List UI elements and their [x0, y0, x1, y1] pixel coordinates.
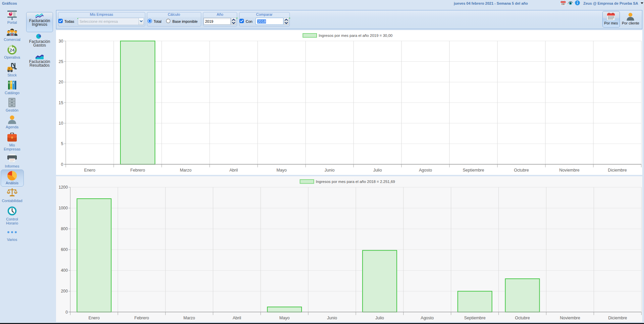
svg-text:Junio: Junio	[327, 316, 337, 320]
svg-text:0: 0	[65, 310, 68, 315]
svg-text:5: 5	[61, 141, 63, 146]
svg-text:Agosto: Agosto	[419, 168, 432, 173]
svg-text:Enero: Enero	[84, 168, 95, 173]
svg-text:Ingresos por mes para el año 2: Ingresos por mes para el año 2018 = 2.25…	[316, 180, 395, 184]
svg-text:1200: 1200	[59, 185, 68, 190]
svg-text:30: 30	[59, 39, 63, 44]
svg-text:Junio: Junio	[325, 168, 335, 173]
svg-text:600: 600	[61, 247, 68, 252]
svg-text:Mayo: Mayo	[276, 168, 287, 173]
svg-text:Octubre: Octubre	[514, 168, 529, 173]
svg-text:20: 20	[59, 80, 63, 84]
svg-text:Septiembre: Septiembre	[464, 316, 486, 320]
svg-text:1000: 1000	[59, 206, 68, 210]
svg-text:Octubre: Octubre	[515, 316, 530, 320]
svg-text:10: 10	[59, 121, 63, 126]
svg-text:Julio: Julio	[375, 316, 384, 320]
svg-text:Mayo: Mayo	[279, 316, 290, 320]
svg-text:Agosto: Agosto	[421, 316, 434, 320]
svg-text:0: 0	[61, 162, 63, 167]
svg-text:Ingresos por mes para el año 2: Ingresos por mes para el año 2019 = 30,0…	[319, 34, 392, 38]
svg-text:Noviembre: Noviembre	[560, 316, 580, 320]
svg-text:Febrero: Febrero	[135, 316, 149, 320]
svg-text:Enero: Enero	[89, 316, 100, 320]
svg-text:Marzo: Marzo	[183, 316, 195, 320]
svg-text:400: 400	[61, 268, 68, 273]
svg-text:Noviembre: Noviembre	[559, 168, 579, 173]
svg-text:Diciembre: Diciembre	[608, 168, 627, 173]
svg-text:Septiembre: Septiembre	[463, 168, 484, 173]
svg-text:Abril: Abril	[229, 168, 238, 173]
svg-text:15: 15	[59, 101, 63, 105]
svg-text:Febrero: Febrero	[130, 168, 145, 173]
svg-text:200: 200	[61, 289, 68, 294]
svg-text:Diciembre: Diciembre	[608, 316, 627, 320]
svg-text:24: 24	[9, 48, 15, 53]
svg-text:Julio: Julio	[373, 168, 382, 173]
svg-text:25: 25	[59, 59, 63, 64]
svg-text:800: 800	[61, 226, 68, 231]
svg-text:Abril: Abril	[233, 316, 241, 320]
svg-text:Marzo: Marzo	[180, 168, 192, 173]
